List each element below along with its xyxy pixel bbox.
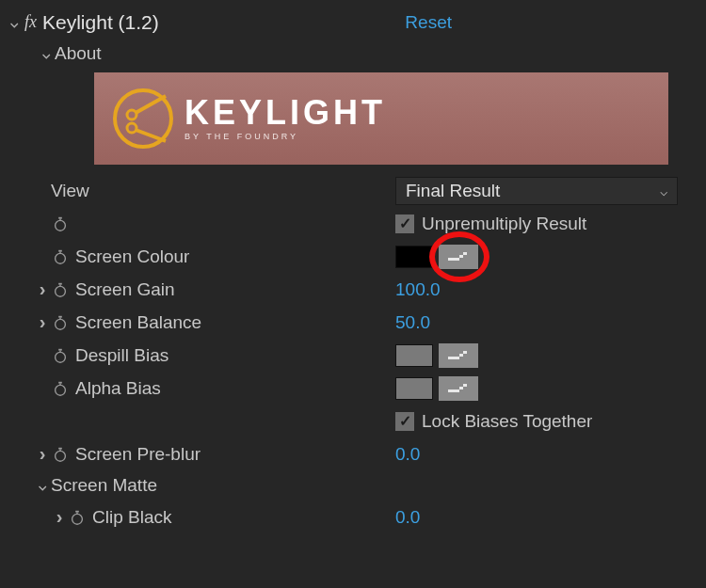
svg-rect-24 <box>58 447 62 449</box>
clip-black-row: Clip Black 0.0 <box>0 501 706 533</box>
svg-rect-12 <box>58 282 62 284</box>
screen-preblur-twisty[interactable] <box>34 443 51 465</box>
despill-bias-swatch[interactable] <box>395 344 433 367</box>
svg-rect-9 <box>58 249 62 251</box>
screen-matte-label: Screen Matte <box>51 475 157 496</box>
screen-preblur-row: Screen Pre-blur 0.0 <box>0 437 706 470</box>
effect-title: Keylight (1.2) <box>42 11 159 34</box>
screen-gain-twisty[interactable] <box>34 278 51 300</box>
svg-rect-6 <box>58 216 62 218</box>
stopwatch-icon[interactable] <box>51 313 70 332</box>
svg-rect-27 <box>75 510 79 512</box>
keylight-logo-word: KEYLIGHT <box>185 96 386 130</box>
unpremultiply-label: Unpremultiply Result <box>422 214 586 234</box>
despill-bias-label: Despill Bias <box>75 345 168 366</box>
about-label: About <box>55 43 102 64</box>
screen-gain-row: Screen Gain 100.0 <box>0 273 706 306</box>
svg-rect-18 <box>58 348 62 350</box>
stopwatch-icon[interactable] <box>51 247 70 266</box>
stopwatch-icon[interactable] <box>51 346 70 365</box>
svg-point-5 <box>56 220 66 230</box>
svg-line-4 <box>136 130 166 141</box>
lock-biases-row: Lock Biases Together <box>0 405 706 437</box>
screen-balance-value[interactable]: 50.0 <box>395 312 430 333</box>
clip-black-value[interactable]: 0.0 <box>395 507 420 528</box>
svg-rect-21 <box>58 381 62 383</box>
lock-biases-checkbox[interactable] <box>395 412 414 431</box>
svg-point-26 <box>72 514 83 524</box>
svg-point-11 <box>56 286 66 296</box>
screen-colour-swatch[interactable] <box>395 246 433 268</box>
screen-matte-row: Screen Matte <box>0 470 706 501</box>
screen-colour-eyedropper[interactable] <box>439 245 478 269</box>
effect-panel: fx Keylight (1.2) Reset About KEYLIGHT B… <box>0 0 706 533</box>
svg-point-17 <box>56 352 66 362</box>
unpremultiply-checkbox[interactable] <box>395 215 414 233</box>
svg-point-14 <box>56 319 66 329</box>
stopwatch-icon[interactable] <box>51 445 70 464</box>
fx-badge: fx <box>24 12 37 32</box>
screen-balance-label: Screen Balance <box>75 312 201 333</box>
svg-point-8 <box>56 253 66 263</box>
about-row: About <box>0 39 706 69</box>
alpha-bias-eyedropper[interactable] <box>439 376 478 401</box>
svg-point-20 <box>56 385 66 395</box>
despill-bias-eyedropper[interactable] <box>439 343 478 368</box>
keylight-logo-sub: BY THE FOUNDRY <box>185 132 386 141</box>
view-dropdown-value: Final Result <box>406 181 500 201</box>
clip-black-label: Clip Black <box>92 507 171 528</box>
view-label: View <box>51 181 89 201</box>
screen-gain-label: Screen Gain <box>75 279 175 300</box>
effect-header-row: fx Keylight (1.2) Reset <box>0 6 706 39</box>
screen-preblur-value[interactable]: 0.0 <box>395 444 420 465</box>
stopwatch-icon[interactable] <box>68 508 87 527</box>
unpremultiply-row: Unpremultiply Result <box>0 207 706 240</box>
effect-twisty[interactable] <box>6 15 23 30</box>
chevron-down-icon: ⌵ <box>660 183 667 199</box>
lock-biases-label: Lock Biases Together <box>422 411 592 432</box>
alpha-bias-swatch[interactable] <box>395 377 433 400</box>
screen-matte-twisty[interactable] <box>34 478 51 493</box>
stopwatch-icon[interactable] <box>51 379 70 398</box>
reset-button[interactable]: Reset <box>405 12 452 33</box>
svg-point-23 <box>56 451 66 461</box>
stopwatch-icon[interactable] <box>51 280 70 299</box>
clip-black-twisty[interactable] <box>51 506 68 528</box>
screen-gain-value[interactable]: 100.0 <box>395 279 441 300</box>
screen-colour-label: Screen Colour <box>75 246 189 267</box>
keylight-logo-icon <box>111 87 175 151</box>
alpha-bias-row: Alpha Bias <box>0 372 706 405</box>
screen-balance-twisty[interactable] <box>34 311 51 333</box>
svg-line-3 <box>136 96 166 113</box>
svg-rect-15 <box>58 315 62 317</box>
keylight-logo-banner: KEYLIGHT BY THE FOUNDRY <box>94 72 668 165</box>
stopwatch-icon[interactable] <box>51 215 70 233</box>
screen-preblur-label: Screen Pre-blur <box>75 444 201 465</box>
alpha-bias-label: Alpha Bias <box>75 378 161 399</box>
view-dropdown[interactable]: Final Result ⌵ <box>395 177 678 205</box>
about-twisty[interactable] <box>38 46 55 61</box>
despill-bias-row: Despill Bias <box>0 339 706 372</box>
screen-colour-row: Screen Colour <box>0 240 706 273</box>
view-row: View Final Result ⌵ <box>0 174 706 207</box>
screen-balance-row: Screen Balance 50.0 <box>0 306 706 339</box>
